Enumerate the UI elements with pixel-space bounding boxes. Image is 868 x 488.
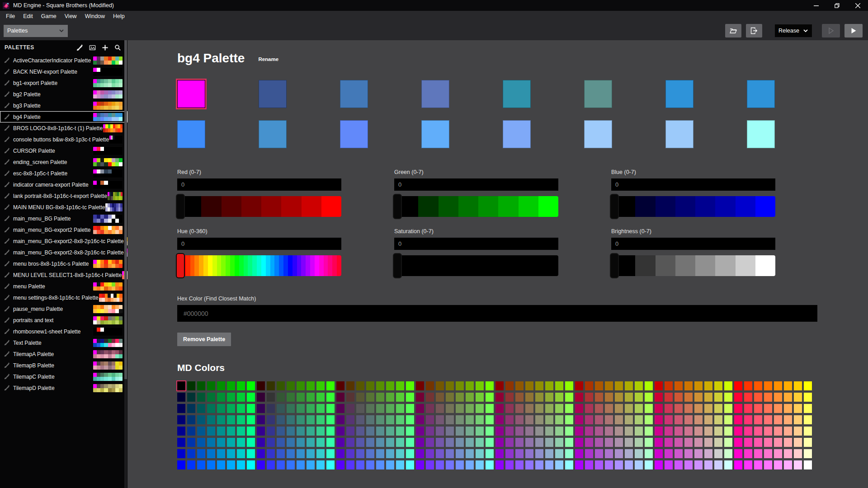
menu-help[interactable]: Help [109, 12, 129, 21]
md-color-cell[interactable] [754, 449, 762, 458]
md-color-cell[interactable] [227, 449, 235, 458]
md-color-cell[interactable] [615, 438, 623, 447]
md-color-cell[interactable] [764, 381, 772, 390]
md-color-cell[interactable] [486, 449, 494, 458]
md-color-cell[interactable] [177, 404, 185, 413]
md-color-cell[interactable] [446, 460, 454, 469]
md-color-cell[interactable] [525, 460, 533, 469]
md-color-cell[interactable] [446, 427, 454, 436]
md-color-cell[interactable] [466, 460, 474, 469]
md-color-cell[interactable] [297, 427, 305, 436]
md-color-cell[interactable] [734, 449, 742, 458]
palette-list-item[interactable]: MAIN MENU BG-8x8-1p16c-tc Palette [0, 202, 127, 213]
md-color-cell[interactable] [665, 393, 673, 402]
md-color-cell[interactable] [406, 393, 414, 402]
md-color-cell[interactable] [565, 460, 573, 469]
md-color-cell[interactable] [625, 381, 633, 390]
md-color-cell[interactable] [535, 449, 543, 458]
md-color-cell[interactable] [466, 381, 474, 390]
md-color-cell[interactable] [804, 438, 812, 447]
palette-list-item[interactable]: bg2 Palette [0, 89, 127, 100]
palette-list-item[interactable]: menu settings-8x8-1p16c-tc Palette [0, 292, 127, 303]
md-color-cell[interactable] [655, 393, 663, 402]
md-color-cell[interactable] [316, 460, 325, 469]
md-color-cell[interactable] [356, 449, 364, 458]
md-color-cell[interactable] [346, 438, 354, 447]
md-color-cell[interactable] [436, 415, 444, 424]
md-color-cell[interactable] [316, 415, 325, 424]
md-color-cell[interactable] [187, 438, 195, 447]
md-color-cell[interactable] [247, 393, 255, 402]
md-color-cell[interactable] [326, 381, 335, 390]
md-color-cell[interactable] [655, 415, 663, 424]
md-color-cell[interactable] [416, 381, 424, 390]
md-color-cell[interactable] [665, 438, 673, 447]
md-color-cell[interactable] [476, 460, 484, 469]
md-color-cell[interactable] [217, 449, 225, 458]
md-color-cell[interactable] [515, 404, 524, 413]
md-color-cell[interactable] [675, 427, 683, 436]
md-color-cell[interactable] [346, 460, 354, 469]
md-color-cell[interactable] [197, 404, 205, 413]
md-color-cell[interactable] [237, 449, 245, 458]
palette-list-item[interactable]: CURSOR Palette [0, 145, 127, 156]
md-color-cell[interactable] [545, 438, 553, 447]
md-color-cell[interactable] [277, 449, 285, 458]
palette-swatch[interactable] [177, 120, 205, 148]
md-color-cell[interactable] [346, 415, 354, 424]
md-color-cell[interactable] [316, 438, 325, 447]
md-color-cell[interactable] [326, 438, 335, 447]
md-color-cell[interactable] [197, 415, 205, 424]
md-color-cell[interactable] [436, 460, 444, 469]
build-config-dropdown[interactable]: Release [775, 24, 812, 37]
md-color-cell[interactable] [724, 438, 732, 447]
md-color-cell[interactable] [197, 381, 205, 390]
md-color-cell[interactable] [476, 415, 484, 424]
md-color-cell[interactable] [495, 449, 504, 458]
md-color-cell[interactable] [495, 427, 504, 436]
slider-track-hue[interactable] [177, 254, 341, 277]
md-color-cell[interactable] [177, 393, 185, 402]
md-color-cell[interactable] [694, 460, 703, 469]
md-color-cell[interactable] [575, 415, 583, 424]
md-color-cell[interactable] [277, 381, 285, 390]
slider-thumb[interactable] [176, 194, 185, 219]
md-color-cell[interactable] [605, 381, 613, 390]
md-color-cell[interactable] [525, 381, 533, 390]
md-color-cell[interactable] [645, 460, 653, 469]
md-color-cell[interactable] [356, 427, 364, 436]
md-color-cell[interactable] [416, 393, 424, 402]
md-color-cell[interactable] [565, 438, 573, 447]
md-color-cell[interactable] [784, 381, 792, 390]
md-color-cell[interactable] [784, 393, 792, 402]
md-color-cell[interactable] [346, 404, 354, 413]
md-color-cell[interactable] [247, 449, 255, 458]
md-color-cell[interactable] [336, 427, 344, 436]
md-color-cell[interactable] [267, 404, 275, 413]
md-color-cell[interactable] [585, 415, 593, 424]
saturation-value-input[interactable] [394, 238, 558, 250]
md-color-cell[interactable] [446, 381, 454, 390]
md-color-cell[interactable] [714, 415, 722, 424]
md-color-cell[interactable] [227, 438, 235, 447]
md-color-cell[interactable] [724, 404, 732, 413]
search-icon[interactable] [114, 44, 121, 51]
palette-swatch[interactable] [665, 80, 693, 108]
md-color-cell[interactable] [356, 381, 364, 390]
md-color-cell[interactable] [396, 460, 404, 469]
md-color-cell[interactable] [307, 404, 315, 413]
md-color-cell[interactable] [525, 415, 533, 424]
md-color-cell[interactable] [376, 415, 384, 424]
md-color-cell[interactable] [426, 415, 434, 424]
md-color-cell[interactable] [486, 438, 494, 447]
md-color-cell[interactable] [764, 415, 772, 424]
md-color-cell[interactable] [665, 449, 673, 458]
md-color-cell[interactable] [416, 404, 424, 413]
palette-list-item[interactable]: lank portrait-8x8-1p16c-t-export Palette [0, 190, 127, 202]
palettes-dropdown[interactable]: Palettes [4, 25, 68, 37]
md-color-cell[interactable] [207, 393, 215, 402]
md-color-cell[interactable] [426, 460, 434, 469]
md-color-cell[interactable] [287, 393, 295, 402]
md-color-cell[interactable] [575, 427, 583, 436]
md-color-cell[interactable] [466, 393, 474, 402]
